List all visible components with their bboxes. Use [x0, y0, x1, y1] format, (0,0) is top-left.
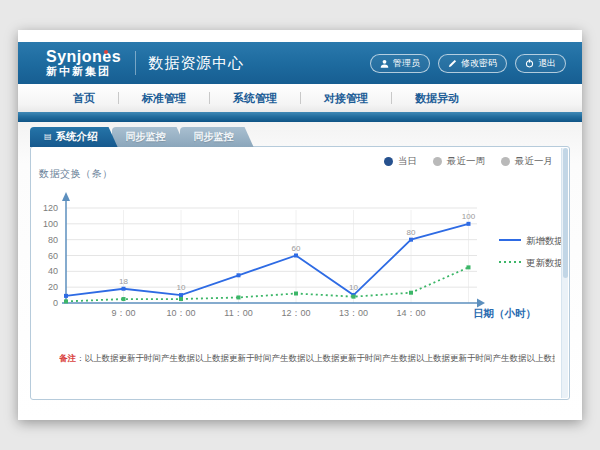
nav-data-change[interactable]: 数据异动: [392, 91, 482, 106]
power-icon: [525, 59, 534, 68]
admin-user-button[interactable]: 管理员: [370, 54, 430, 73]
filter-last-week-label: 最近一周: [447, 155, 485, 168]
chart-container: 0204060801001209：0010：0011：0012：0013：001…: [31, 185, 569, 327]
svg-text:0: 0: [53, 298, 58, 308]
app-title: 数据资源中心: [148, 54, 244, 73]
svg-text:40: 40: [48, 266, 58, 276]
document-icon: ▤: [44, 133, 52, 141]
change-password-label: 修改密码: [461, 57, 497, 70]
svg-text:更新数据: 更新数据: [526, 257, 564, 268]
time-range-filter: 当日 最近一周 最近一月: [384, 155, 553, 168]
scrollbar-thumb[interactable]: [563, 148, 568, 278]
svg-text:120: 120: [43, 203, 58, 213]
nav-standard-management[interactable]: 标准管理: [119, 91, 209, 106]
filter-last-month[interactable]: 最近一月: [501, 155, 553, 168]
company-logo: Synjones 新中新集团: [46, 49, 121, 77]
footnote-label: 备注: [59, 353, 76, 363]
filter-last-month-label: 最近一月: [515, 155, 553, 168]
svg-text:18: 18: [119, 277, 128, 286]
radio-unselected-icon: [433, 157, 442, 166]
filter-last-week[interactable]: 最近一周: [433, 155, 485, 168]
svg-text:10: 10: [177, 283, 186, 292]
logo-wordmark: Synjones: [46, 49, 121, 66]
content-area: ▤ 系统介绍 同步监控 同步监控 当日 最近一周: [18, 122, 582, 420]
chart-panel: 当日 最近一周 最近一月 数据交换（条） 0204060801001209：00…: [30, 146, 570, 400]
tab-sync-monitor-1-label: 同步监控: [126, 130, 166, 144]
tab-system-intro-label: 系统介绍: [56, 130, 98, 144]
header-divider: [135, 51, 136, 75]
app-header: Synjones 新中新集团 数据资源中心 管理员 修改密码: [18, 42, 582, 84]
nav-home[interactable]: 首页: [50, 91, 118, 106]
tab-system-intro[interactable]: ▤ 系统介绍: [30, 127, 118, 147]
svg-text:9：00: 9：00: [111, 308, 135, 318]
header-buttons: 管理员 修改密码 退出: [370, 54, 566, 73]
admin-user-label: 管理员: [393, 57, 420, 70]
svg-text:60: 60: [292, 244, 301, 253]
user-icon: [380, 59, 389, 68]
radio-selected-icon: [384, 157, 393, 166]
filter-today[interactable]: 当日: [384, 155, 417, 168]
nav-system-management[interactable]: 系统管理: [210, 91, 300, 106]
svg-text:10：00: 10：00: [166, 308, 195, 318]
svg-text:13：00: 13：00: [339, 308, 368, 318]
edit-icon: [448, 59, 457, 68]
data-exchange-line-chart[interactable]: 0204060801001209：0010：0011：0012：0013：001…: [31, 185, 569, 327]
svg-text:100: 100: [43, 219, 58, 229]
svg-text:12：00: 12：00: [281, 308, 310, 318]
logout-label: 退出: [538, 57, 556, 70]
svg-text:20: 20: [48, 282, 58, 292]
svg-text:14：00: 14：00: [396, 308, 425, 318]
tab-sync-monitor-1[interactable]: 同步监控: [112, 127, 186, 147]
y-axis-title: 数据交换（条）: [39, 167, 113, 181]
svg-text:11：00: 11：00: [224, 308, 252, 318]
main-window: Synjones 新中新集团 数据资源中心 管理员 修改密码: [18, 30, 582, 420]
main-nav: 首页 标准管理 系统管理 对接管理 数据异动: [18, 84, 582, 112]
change-password-button[interactable]: 修改密码: [438, 54, 507, 73]
nav-interface-management[interactable]: 对接管理: [301, 91, 391, 106]
logo-red-dot: [104, 50, 108, 54]
svg-text:60: 60: [48, 251, 58, 261]
tab-bar: ▤ 系统介绍 同步监控 同步监控: [30, 127, 248, 147]
nav-accent-bar: [18, 112, 582, 122]
svg-text:日期（小时）: 日期（小时）: [473, 307, 536, 320]
radio-unselected-icon: [501, 157, 510, 166]
tab-sync-monitor-2[interactable]: 同步监控: [180, 127, 254, 147]
tab-sync-monitor-2-label: 同步监控: [194, 130, 234, 144]
footnote-text: ：以上数据更新于时间产生数据以上数据更新于时间产生数据以上数据更新于时间产生数据…: [76, 353, 555, 363]
svg-text:80: 80: [48, 235, 58, 245]
svg-text:100: 100: [462, 212, 476, 221]
filter-today-label: 当日: [398, 155, 417, 168]
logo-company-name: 新中新集团: [46, 66, 121, 78]
svg-text:80: 80: [407, 228, 416, 237]
svg-text:新增数据: 新增数据: [526, 235, 564, 246]
svg-text:10: 10: [349, 283, 358, 292]
footnote: 备注：以上数据更新于时间产生数据以上数据更新于时间产生数据以上数据更新于时间产生…: [59, 353, 555, 365]
logout-button[interactable]: 退出: [515, 54, 566, 73]
panel-scrollbar[interactable]: [561, 148, 568, 398]
